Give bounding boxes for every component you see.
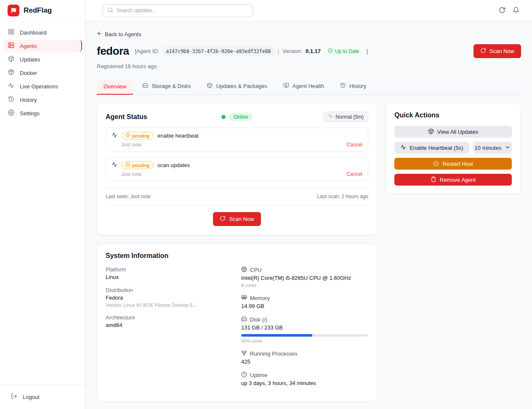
history-icon <box>340 82 346 90</box>
tab-label: Storage & Disks <box>152 83 191 89</box>
sidebar-item-label: Updates <box>20 56 40 63</box>
search-input[interactable] <box>117 8 248 13</box>
disk-label: Disk (/) <box>250 316 267 323</box>
heartbeat-mode-label: Normal (5m) <box>335 114 364 120</box>
scan-now-button[interactable]: Scan Now <box>473 44 521 58</box>
bell-icon[interactable] <box>513 7 519 15</box>
up-to-date-label: Up to Date <box>335 48 359 54</box>
pending-action-label: scan updates <box>157 162 190 168</box>
activity-icon <box>112 132 117 139</box>
tab-overview[interactable]: Overview <box>97 80 133 95</box>
logout-icon <box>11 393 17 401</box>
logout-button[interactable]: Logout <box>11 393 85 401</box>
memory-label: Memory <box>250 295 270 301</box>
monitor-icon <box>283 82 289 90</box>
tab-updates-packages[interactable]: Updates & Packages <box>200 79 274 95</box>
agent-id-value[interactable]: a147c9b8-33b7-4f2b-926e-a93edf32fe88 <box>162 47 274 56</box>
tab-storage-disks[interactable]: Storage & Disks <box>136 79 197 95</box>
pending-badge-label: pending <box>132 163 149 168</box>
quick-actions-title: Quick Actions <box>394 112 512 119</box>
logout-label: Logout <box>23 394 40 400</box>
brand-name: RedFlag <box>24 6 52 15</box>
activity-icon <box>328 114 333 120</box>
last-seen-text: Last seen: Just now <box>106 194 150 199</box>
architecture-value: amd64 <box>106 322 241 328</box>
cpu-icon <box>241 266 247 274</box>
grid-icon <box>8 29 14 36</box>
processes-block: Running Processes 425 <box>241 350 368 365</box>
heartbeat-mode-chip[interactable]: Normal (5m) <box>323 112 368 122</box>
sidebar-item-updates[interactable]: Updates <box>3 53 82 65</box>
tab-label: Updates & Packages <box>216 83 267 89</box>
power-icon <box>433 160 439 167</box>
online-badge: Online <box>229 113 253 121</box>
pending-task-row: pending enable heartbeat Just now Cancel <box>106 127 368 151</box>
disk-progress-track <box>241 334 368 337</box>
sidebar-item-label: Settings <box>20 110 40 117</box>
tab-label: History <box>349 83 366 89</box>
pending-badge: pending <box>121 132 154 140</box>
sidebar-item-agents[interactable]: Agents <box>3 40 82 52</box>
view-all-updates-button[interactable]: View All Updates <box>394 126 512 138</box>
uptime-value: up 3 days, 3 hours, 34 minutes <box>241 380 368 386</box>
sidebar-item-docker[interactable]: Docker <box>3 67 82 79</box>
refresh-icon <box>480 48 486 55</box>
sidebar-item-settings[interactable]: Settings <box>3 107 82 119</box>
view-all-updates-label: View All Updates <box>437 129 478 135</box>
package-icon <box>8 56 14 63</box>
version-value: 0.1.17 <box>306 48 321 54</box>
sidebar-item-dashboard[interactable]: Dashboard <box>3 27 82 38</box>
pending-time: Just now <box>121 142 141 148</box>
scan-now-button[interactable]: Scan Now <box>213 212 261 226</box>
gear-icon <box>8 109 14 117</box>
uptime-block: Uptime up 3 days, 3 hours, 34 minutes <box>241 372 368 386</box>
disk-used-label: 56% used <box>241 338 368 343</box>
distribution-version: Version: Linux 43 (KDE Plasma Desktop E.… <box>106 303 241 308</box>
architecture-block: Architecture amd64 <box>106 314 241 328</box>
bracket-close: ] <box>366 48 368 54</box>
tab-agent-health[interactable]: Agent Health <box>277 79 331 95</box>
brand: RedFlag <box>0 0 85 21</box>
hard-drive-icon <box>142 82 148 90</box>
agent-id-label: [Agent ID: <box>135 48 159 54</box>
disk-block: Disk (/) 131 GB / 233 GB 56% used <box>241 316 368 343</box>
enable-heartbeat-button[interactable]: Enable Heartbeat (5s) <box>394 142 469 154</box>
cancel-button[interactable]: Cancel <box>347 142 362 148</box>
disk-usage: 131 GB / 233 GB <box>241 324 368 331</box>
sidebar-footer: Logout <box>0 385 85 409</box>
online-dot-icon <box>221 115 226 119</box>
sidebar-item-label: Dashboard <box>20 29 47 36</box>
memory-value: 14.99 GB <box>241 303 368 309</box>
app-window: RedFlag Dashboard Agents Updates Docker … <box>0 0 532 409</box>
git-fork-icon <box>241 350 247 357</box>
online-status: Online <box>221 113 253 121</box>
version-label: Version: <box>282 48 302 54</box>
chevron-down-icon <box>505 144 511 151</box>
up-to-date-badge: Up to Date <box>324 47 363 56</box>
refresh-icon[interactable] <box>499 7 505 15</box>
memory-icon <box>241 295 247 302</box>
tab-bar: Overview Storage & Disks Updates & Packa… <box>97 79 521 95</box>
cpu-cores: 8 cores <box>241 283 368 288</box>
sidebar-item-live-operations[interactable]: Live Operations <box>3 80 82 92</box>
cpu-label: CPU <box>250 267 261 273</box>
agent-status-card: Agent Status Online Normal (5m) <box>97 103 377 235</box>
tab-history[interactable]: History <box>333 79 373 95</box>
restart-host-button[interactable]: Restart Host <box>394 158 512 170</box>
sidebar-item-history[interactable]: History <box>3 94 82 106</box>
system-info-title: System Information <box>106 252 368 260</box>
platform-block: Platform Linux <box>106 266 241 280</box>
last-seen-row: Last seen: Just now Last scan: 2 hours a… <box>106 188 368 205</box>
topbar-actions <box>499 7 519 15</box>
registered-text: Registered 16 hours ago <box>97 63 521 69</box>
sidebar-item-label: Docker <box>20 70 37 76</box>
heartbeat-interval-dropdown[interactable]: 10 minutes <box>473 142 512 154</box>
cancel-button[interactable]: Cancel <box>347 171 362 177</box>
disk-progress-fill <box>241 334 312 337</box>
back-to-agents-link[interactable]: Back to Agents <box>97 31 141 37</box>
processes-label: Running Processes <box>250 351 298 357</box>
clock-icon <box>241 372 247 379</box>
remove-agent-button[interactable]: Remove Agent <box>394 174 512 186</box>
cube-icon <box>8 69 14 77</box>
sidebar-item-label: Live Operations <box>20 83 58 90</box>
